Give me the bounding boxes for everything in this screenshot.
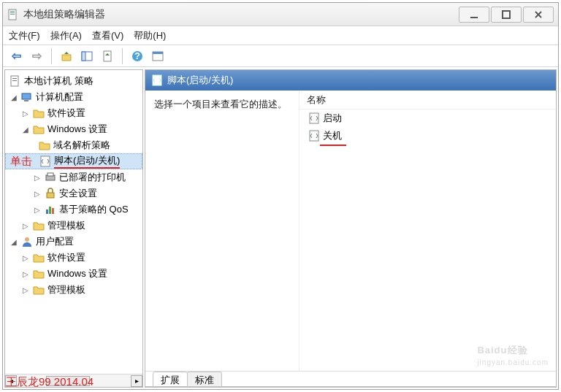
expand-icon[interactable]: ▷ bbox=[21, 253, 30, 262]
footer-credit: 王辰龙99 2014.04 bbox=[6, 375, 94, 389]
tree-label: 软件设置 bbox=[47, 251, 85, 264]
tree-root[interactable]: 本地计算机 策略 bbox=[5, 73, 142, 89]
menu-file[interactable]: 文件(F) bbox=[9, 29, 40, 42]
column-header-name[interactable]: 名称 bbox=[299, 91, 556, 109]
tree-label: 已部署的打印机 bbox=[59, 171, 126, 184]
tab-extended[interactable]: 扩展 bbox=[153, 372, 188, 387]
tree-software-settings-user[interactable]: ▷ 软件设置 bbox=[5, 250, 142, 266]
forward-button[interactable]: ⇨ bbox=[28, 47, 45, 65]
svg-rect-16 bbox=[22, 93, 31, 99]
tree-label: Windows 设置 bbox=[47, 123, 107, 136]
list-item-startup[interactable]: 启动 bbox=[299, 109, 556, 127]
folder-icon bbox=[33, 284, 45, 296]
tree-label: 安全设置 bbox=[59, 187, 97, 200]
export-list-button[interactable] bbox=[99, 47, 116, 65]
tree-label: 域名解析策略 bbox=[53, 139, 110, 152]
tab-label: 标准 bbox=[195, 374, 214, 385]
svg-rect-12 bbox=[153, 52, 163, 54]
collapse-icon[interactable]: ◢ bbox=[9, 237, 18, 246]
svg-text:?: ? bbox=[134, 50, 140, 61]
tree-security[interactable]: ▷ 安全设置 bbox=[5, 185, 142, 201]
svg-rect-23 bbox=[49, 207, 51, 214]
svg-rect-2 bbox=[10, 12, 15, 13]
tree-windows-settings[interactable]: ◢ Windows 设置 bbox=[5, 121, 142, 137]
app-icon bbox=[7, 9, 19, 20]
help-button[interactable]: ? bbox=[129, 47, 146, 65]
tab-standard[interactable]: 标准 bbox=[187, 372, 222, 387]
tree: 本地计算机 策略 ◢ 计算机配置 ▷ 软件设置 ◢ Windows 设置 bbox=[5, 70, 142, 374]
folder-icon bbox=[33, 220, 45, 231]
script-icon bbox=[151, 74, 163, 86]
app-window: 本地组策略编辑器 文件(F) 操作(A) 查看(V) 帮助(H) ⇦ ⇨ ? 本… bbox=[2, 2, 559, 390]
tree-admin-templates[interactable]: ▷ 管理模板 bbox=[5, 218, 142, 234]
tree-computer-config[interactable]: ◢ 计算机配置 bbox=[5, 89, 142, 105]
folder-icon bbox=[39, 139, 50, 151]
menu-help[interactable]: 帮助(H) bbox=[134, 29, 166, 42]
svg-rect-28 bbox=[310, 131, 318, 141]
tree-label: 软件设置 bbox=[47, 107, 85, 120]
tree-qos[interactable]: ▷ 基于策略的 QoS bbox=[5, 201, 142, 218]
tree-user-config[interactable]: ◢ 用户配置 bbox=[5, 234, 142, 250]
menu-view[interactable]: 查看(V) bbox=[92, 29, 123, 42]
expand-icon[interactable]: ▷ bbox=[21, 269, 30, 278]
svg-rect-20 bbox=[47, 173, 53, 176]
menu-action[interactable]: 操作(A) bbox=[50, 29, 82, 42]
svg-rect-27 bbox=[310, 113, 318, 123]
list-column: 名称 启动 关机 bbox=[299, 91, 556, 371]
list-item-shutdown[interactable]: 关机 bbox=[299, 127, 556, 145]
toolbar-separator bbox=[122, 48, 123, 64]
tree-software-settings[interactable]: ▷ 软件设置 bbox=[5, 105, 142, 121]
close-button[interactable] bbox=[523, 7, 554, 23]
tree-windows-settings-user[interactable]: ▷ Windows 设置 bbox=[5, 266, 142, 282]
toolbar: ⇦ ⇨ ? bbox=[3, 45, 558, 67]
expand-icon[interactable]: ▷ bbox=[33, 205, 42, 214]
column-header-label: 名称 bbox=[307, 93, 326, 107]
annotation-underline bbox=[320, 145, 346, 146]
show-hide-tree-button[interactable] bbox=[78, 47, 96, 65]
folder-icon bbox=[33, 252, 45, 264]
maximize-button[interactable] bbox=[491, 7, 522, 23]
script-icon bbox=[308, 130, 320, 142]
tree-printers[interactable]: ▷ 已部署的打印机 bbox=[5, 169, 142, 185]
svg-rect-17 bbox=[24, 100, 28, 101]
list-item-label: 关机 bbox=[323, 129, 342, 142]
body-area: 本地计算机 策略 ◢ 计算机配置 ▷ 软件设置 ◢ Windows 设置 bbox=[3, 67, 558, 389]
svg-rect-1 bbox=[10, 11, 15, 12]
expand-icon[interactable]: ▷ bbox=[21, 109, 30, 118]
svg-rect-8 bbox=[104, 51, 111, 61]
up-button[interactable] bbox=[58, 47, 75, 65]
annotation-click: 单击 bbox=[10, 155, 32, 169]
tree-label: 本地计算机 策略 bbox=[24, 74, 94, 88]
expand-icon[interactable]: ▷ bbox=[21, 221, 30, 230]
policy-icon bbox=[9, 75, 21, 87]
svg-rect-22 bbox=[46, 210, 48, 214]
filter-button[interactable] bbox=[149, 47, 167, 65]
minimize-button[interactable] bbox=[459, 7, 489, 23]
svg-rect-5 bbox=[503, 11, 510, 18]
description-text: 选择一个项目来查看它的描述。 bbox=[154, 99, 287, 109]
expand-icon[interactable]: ▷ bbox=[33, 189, 42, 198]
view-tabs: 扩展 标准 bbox=[145, 371, 556, 387]
titlebar: 本地组策略编辑器 bbox=[3, 3, 558, 26]
expand-icon[interactable]: ▷ bbox=[21, 285, 30, 294]
script-icon bbox=[308, 112, 320, 124]
folder-icon bbox=[33, 123, 45, 135]
svg-rect-26 bbox=[153, 75, 161, 85]
collapse-icon[interactable]: ◢ bbox=[9, 93, 18, 101]
svg-point-25 bbox=[25, 237, 29, 242]
expand-icon[interactable]: ▷ bbox=[33, 173, 42, 182]
svg-rect-15 bbox=[12, 80, 17, 81]
tree-label: 管理模板 bbox=[47, 219, 85, 232]
menubar: 文件(F) 操作(A) 查看(V) 帮助(H) bbox=[3, 26, 558, 45]
tree-label: 计算机配置 bbox=[36, 91, 83, 104]
tree-admin-templates-user[interactable]: ▷ 管理模板 bbox=[5, 282, 142, 298]
scroll-right-arrow[interactable]: ▸ bbox=[131, 375, 142, 387]
tree-pane: 本地计算机 策略 ◢ 计算机配置 ▷ 软件设置 ◢ Windows 设置 bbox=[4, 69, 143, 388]
list-item-label: 启动 bbox=[323, 112, 342, 125]
back-button[interactable]: ⇦ bbox=[7, 47, 25, 65]
tree-dns-policy[interactable]: 域名解析策略 bbox=[5, 137, 142, 153]
collapse-icon[interactable]: ◢ bbox=[21, 125, 30, 134]
svg-rect-3 bbox=[10, 14, 15, 15]
lock-icon bbox=[45, 188, 56, 199]
tab-label: 扩展 bbox=[161, 374, 180, 385]
